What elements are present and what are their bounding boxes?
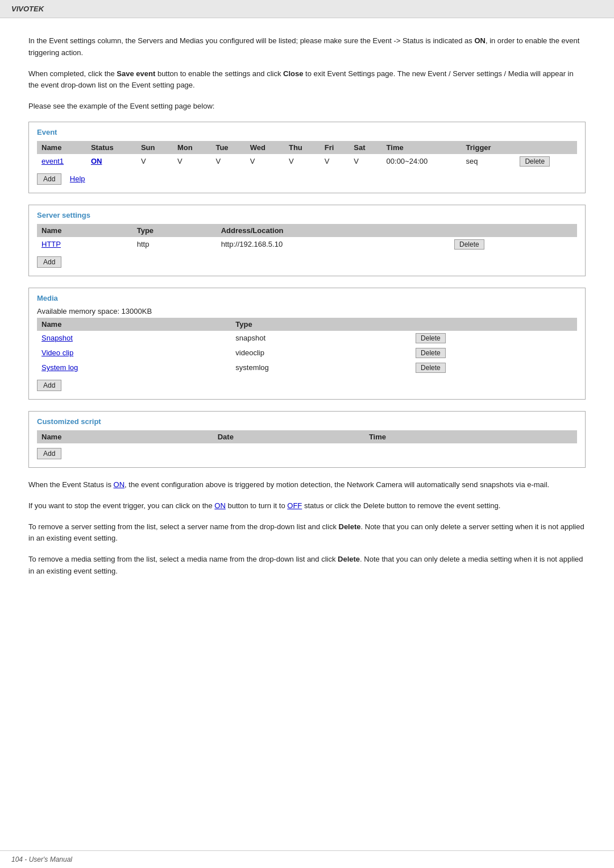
col-tue: Tue bbox=[211, 141, 245, 154]
script-add-row: Add bbox=[37, 448, 577, 459]
col-action bbox=[515, 141, 577, 154]
event-add-row: Add Help bbox=[37, 173, 577, 185]
event1-wed: V bbox=[246, 154, 284, 169]
customized-script-title: Customized script bbox=[37, 417, 577, 426]
media-table-header: Name Type bbox=[37, 318, 577, 331]
intro-paragraph-2: When completed, click the Save event but… bbox=[28, 68, 586, 92]
save-event-bold: Save event bbox=[117, 69, 155, 78]
media-row-systemlog: System log systemlog Delete bbox=[37, 360, 577, 375]
videoclip-name[interactable]: Video clip bbox=[37, 346, 231, 360]
event1-mon: V bbox=[173, 154, 211, 169]
available-memory-label: Available memory space: 13000KB bbox=[37, 307, 577, 315]
delete-bold-2: Delete bbox=[338, 555, 360, 563]
event-help-link[interactable]: Help bbox=[70, 175, 85, 183]
server-http-type: http bbox=[132, 237, 217, 252]
bottom-paragraph-1: When the Event Status is ON, the event c… bbox=[28, 479, 586, 491]
script-table-header: Name Date Time bbox=[37, 430, 577, 443]
col-fri: Fri bbox=[320, 141, 350, 154]
event1-name[interactable]: event1 bbox=[37, 154, 86, 169]
media-col-name: Name bbox=[37, 318, 231, 331]
systemlog-name[interactable]: System log bbox=[37, 360, 231, 375]
col-sat: Sat bbox=[349, 141, 381, 154]
script-col-date: Date bbox=[213, 430, 364, 443]
systemlog-type: systemlog bbox=[231, 360, 411, 375]
page-label: 104 - User's Manual bbox=[11, 855, 72, 863]
on-bold-1: ON bbox=[474, 36, 486, 45]
media-col-type: Type bbox=[231, 318, 411, 331]
media-section: Media Available memory space: 13000KB Na… bbox=[28, 288, 586, 400]
intro-paragraph-1: In the Event settings column, the Server… bbox=[28, 35, 586, 59]
server-add-row: Add bbox=[37, 256, 577, 268]
script-col-name: Name bbox=[37, 430, 213, 443]
event-table: Name Status Sun Mon Tue Wed Thu Fri Sat … bbox=[37, 141, 577, 169]
media-col-action bbox=[411, 318, 577, 331]
event1-trigger: seq bbox=[462, 154, 516, 169]
footer-bar: 104 - User's Manual bbox=[0, 850, 614, 868]
server-col-type: Type bbox=[132, 224, 217, 237]
col-time: Time bbox=[382, 141, 462, 154]
server-settings-title: Server settings bbox=[37, 211, 577, 219]
snapshot-type: snapshot bbox=[231, 331, 411, 346]
col-sun: Sun bbox=[136, 141, 173, 154]
server-http-name[interactable]: HTTP bbox=[37, 237, 132, 252]
event-section: Event Name Status Sun Mon Tue Wed Thu Fr… bbox=[28, 122, 586, 193]
script-add-button[interactable]: Add bbox=[37, 448, 61, 459]
customized-script-table: Name Date Time bbox=[37, 430, 577, 443]
server-settings-table: Name Type Address/Location HTTP http htt… bbox=[37, 224, 577, 252]
media-row-snapshot: Snapshot snapshot Delete bbox=[37, 331, 577, 346]
event-section-title: Event bbox=[37, 128, 577, 136]
col-status: Status bbox=[86, 141, 136, 154]
event1-status[interactable]: ON bbox=[86, 154, 136, 169]
delete-bold-1: Delete bbox=[339, 522, 361, 531]
col-trigger: Trigger bbox=[462, 141, 516, 154]
snapshot-delete[interactable]: Delete bbox=[411, 331, 577, 346]
example-label: Please see the example of the Event sett… bbox=[28, 101, 586, 113]
server-col-action bbox=[450, 224, 577, 237]
server-http-address: http://192.168.5.10 bbox=[217, 237, 450, 252]
server-settings-section: Server settings Name Type Address/Locati… bbox=[28, 205, 586, 276]
server-table-header: Name Type Address/Location bbox=[37, 224, 577, 237]
event-add-button[interactable]: Add bbox=[37, 173, 61, 185]
videoclip-delete[interactable]: Delete bbox=[411, 346, 577, 360]
event-table-header: Name Status Sun Mon Tue Wed Thu Fri Sat … bbox=[37, 141, 577, 154]
media-section-title: Media bbox=[37, 294, 577, 302]
col-mon: Mon bbox=[173, 141, 211, 154]
systemlog-delete[interactable]: Delete bbox=[411, 360, 577, 375]
event1-time: 00:00~24:00 bbox=[382, 154, 462, 169]
close-bold: Close bbox=[283, 69, 303, 78]
bottom-on-link-2[interactable]: ON bbox=[214, 501, 226, 510]
brand-label: VIVOTEK bbox=[11, 5, 44, 13]
bottom-paragraph-4: To remove a media setting from the list,… bbox=[28, 554, 586, 578]
media-row-videoclip: Video clip videoclip Delete bbox=[37, 346, 577, 360]
col-name: Name bbox=[37, 141, 86, 154]
event1-delete[interactable]: Delete bbox=[515, 154, 577, 169]
customized-script-section: Customized script Name Date Time Add bbox=[28, 411, 586, 468]
media-add-row: Add bbox=[37, 380, 577, 391]
event-row-1: event1 ON V V V V V V V 00:00~24:00 seq … bbox=[37, 154, 577, 169]
server-http-delete[interactable]: Delete bbox=[450, 237, 577, 252]
server-col-name: Name bbox=[37, 224, 132, 237]
bottom-off-link[interactable]: OFF bbox=[287, 501, 302, 510]
event1-sun: V bbox=[136, 154, 173, 169]
event1-fri: V bbox=[320, 154, 350, 169]
event1-thu: V bbox=[284, 154, 320, 169]
server-row-1: HTTP http http://192.168.5.10 Delete bbox=[37, 237, 577, 252]
bottom-paragraph-2: If you want to stop the event trigger, y… bbox=[28, 500, 586, 512]
bottom-on-link-1[interactable]: ON bbox=[114, 480, 125, 489]
col-wed: Wed bbox=[246, 141, 284, 154]
bottom-paragraph-3: To remove a server setting from the list… bbox=[28, 521, 586, 545]
col-thu: Thu bbox=[284, 141, 320, 154]
server-col-address: Address/Location bbox=[217, 224, 450, 237]
event1-tue: V bbox=[211, 154, 245, 169]
media-table: Name Type Snapshot snapshot Delete Video… bbox=[37, 318, 577, 375]
snapshot-name[interactable]: Snapshot bbox=[37, 331, 231, 346]
server-add-button[interactable]: Add bbox=[37, 256, 61, 268]
event1-sat: V bbox=[349, 154, 381, 169]
script-col-action bbox=[522, 430, 577, 443]
media-add-button[interactable]: Add bbox=[37, 380, 61, 391]
videoclip-type: videoclip bbox=[231, 346, 411, 360]
script-col-time: Time bbox=[364, 430, 522, 443]
